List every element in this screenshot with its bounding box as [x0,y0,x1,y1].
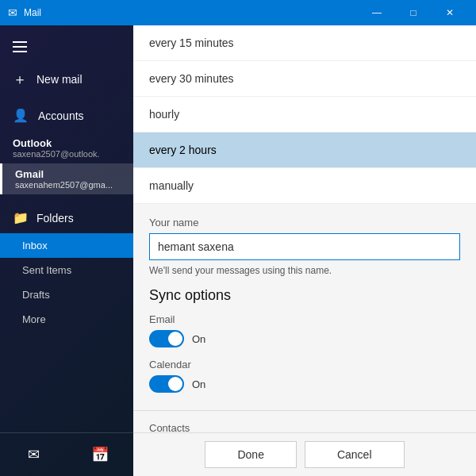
gmail-name: Gmail [15,168,121,180]
folder-sent[interactable]: Sent Items [0,258,133,282]
option-15min[interactable]: every 15 minutes [133,25,476,61]
email-toggle-status: On [192,333,205,345]
gmail-account[interactable]: Gmail saxenahem2507@gma... [0,163,133,194]
sidebar-bottom-nav: ✉ 📅 [0,432,133,476]
outlook-email: saxena2507@outlook. [13,149,121,159]
option-30min[interactable]: every 30 minutes [133,61,476,97]
folders-label: Folders [36,212,74,225]
calendar-nav-button[interactable]: 📅 [67,438,133,471]
done-button[interactable]: Done [205,441,296,468]
calendar-toggle-status: On [192,378,205,390]
calendar-toggle-row: On [149,375,460,393]
contacts-row: Contacts [133,410,476,432]
email-toggle[interactable] [149,330,184,347]
new-mail-label: New mail [36,73,83,86]
calendar-sync-option: Calendar On [149,359,460,393]
maximize-button[interactable]: □ [395,0,432,25]
hamburger-icon [13,41,27,52]
folder-drafts[interactable]: Drafts [0,282,133,307]
settings-scroll-area[interactable]: every 15 minutes every 30 minutes hourly… [133,25,476,432]
app-title: Mail [24,7,41,18]
settings-panel: every 15 minutes every 30 minutes hourly… [133,25,476,476]
new-mail-button[interactable]: ＋ New mail [0,60,133,98]
email-sync-option: Email On [149,313,460,347]
person-icon: 👤 [13,108,29,123]
settings-footer: Done Cancel [133,432,476,476]
email-toggle-label: Email [149,313,460,325]
sidebar: ＋ New mail 👤 Accounts Outlook saxena2507… [0,25,133,476]
your-name-input[interactable] [149,233,460,260]
option-hourly[interactable]: hourly [133,97,476,132]
folders-section: 📁 Folders Inbox Sent Items Drafts More [0,202,133,332]
your-name-section: Your name We'll send your messages using… [133,204,476,410]
accounts-button[interactable]: 👤 Accounts [0,98,133,132]
option-manually[interactable]: manually [133,168,476,204]
contacts-label: Contacts [149,422,190,432]
title-bar: ✉ Mail — □ ✕ [0,0,476,25]
menu-button[interactable] [0,33,133,60]
mail-icon: ✉ [28,446,40,463]
folder-more[interactable]: More [0,307,133,332]
calendar-toggle-label: Calendar [149,359,460,370]
mail-app-icon: ✉ [8,6,17,19]
sync-options-title: Sync options [149,287,460,304]
gmail-email: saxenahem2507@gma... [15,180,121,190]
folders-header: 📁 Folders [0,202,133,233]
main-layout: ＋ New mail 👤 Accounts Outlook saxena2507… [0,25,476,476]
minimize-button[interactable]: — [359,0,395,25]
name-hint: We'll send your messages using this name… [149,265,460,276]
folder-icon: 📁 [13,210,29,225]
mail-nav-button[interactable]: ✉ [0,438,67,471]
outlook-name: Outlook [13,137,121,149]
window-controls: — □ ✕ [359,0,468,25]
your-name-label: Your name [149,217,460,228]
plus-icon: ＋ [13,70,27,89]
email-toggle-row: On [149,330,460,347]
calendar-icon: 📅 [91,446,109,463]
calendar-toggle[interactable] [149,375,184,393]
outlook-account[interactable]: Outlook saxena2507@outlook. [0,132,133,163]
accounts-label: Accounts [38,109,84,122]
option-2hours[interactable]: every 2 hours [133,132,476,168]
folder-inbox[interactable]: Inbox [0,233,133,258]
close-button[interactable]: ✕ [432,0,468,25]
cancel-button[interactable]: Cancel [305,441,405,468]
